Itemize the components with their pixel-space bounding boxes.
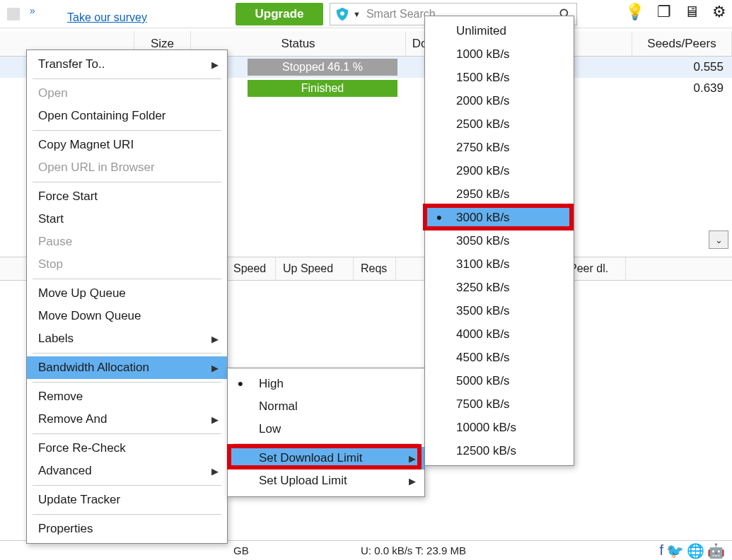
bulb-icon[interactable]: 💡 xyxy=(625,4,644,20)
menu-start[interactable]: Start xyxy=(27,208,227,231)
chevron-right-icon: ▶ xyxy=(211,363,219,373)
separator xyxy=(33,353,221,354)
speed-option-label: 3000 kB/s xyxy=(456,211,510,225)
app-icon xyxy=(7,8,20,21)
menu-move-down[interactable]: Move Down Queue xyxy=(27,305,227,327)
separator xyxy=(33,130,221,131)
menu-set-upload-limit[interactable]: Set Upload Limit▶ xyxy=(228,469,424,492)
chevron-right-icon: ▶ xyxy=(211,334,219,344)
bandwidth-submenu: •High Normal Low Set Download Limit▶ Set… xyxy=(227,368,425,497)
menu-speed-option[interactable]: 2950 kB/s xyxy=(425,182,574,206)
speed-option-label: 3100 kB/s xyxy=(456,257,510,272)
menu-speed-option[interactable]: 4500 kB/s xyxy=(425,346,574,369)
speed-option-label: 1000 kB/s xyxy=(456,47,510,62)
col-seeds[interactable]: Seeds/Peers xyxy=(632,31,732,56)
facebook-icon[interactable]: f xyxy=(659,542,663,559)
separator xyxy=(33,279,221,279)
toolbar: » Take our survey Upgrade ▼ Smart Search… xyxy=(0,0,732,28)
globe-icon[interactable]: 🌐 xyxy=(687,542,704,559)
chat-icon[interactable]: ❐ xyxy=(657,4,671,20)
menu-transfer-to[interactable]: Transfer To..▶ xyxy=(27,53,227,76)
menu-speed-option[interactable]: 10000 kB/s xyxy=(425,416,574,439)
menu-force-recheck[interactable]: Force Re-Check xyxy=(27,437,227,460)
menu-speed-option[interactable]: 3100 kB/s xyxy=(425,252,574,276)
speed-option-label: 3050 kB/s xyxy=(456,234,510,248)
menu-speed-option[interactable]: 3050 kB/s xyxy=(425,229,574,252)
menu-low[interactable]: Low xyxy=(228,418,424,441)
context-menu: Transfer To..▶ Open Open Containing Fold… xyxy=(26,49,228,544)
menu-move-up[interactable]: Move Up Queue xyxy=(27,282,227,305)
menu-update-tracker[interactable]: Update Tracker xyxy=(27,489,227,511)
menu-speed-option[interactable]: 2500 kB/s xyxy=(425,112,574,136)
survey-link[interactable]: Take our survey xyxy=(67,11,147,24)
menu-speed-option[interactable]: 3500 kB/s xyxy=(425,299,574,322)
chevron-right-icon: ▶ xyxy=(211,466,219,477)
menu-set-download-limit[interactable]: Set Download Limit▶ xyxy=(228,447,424,469)
social-icons: f 🐦 🌐 🤖 xyxy=(659,542,725,559)
menu-open-containing[interactable]: Open Containing Folder xyxy=(27,105,227,127)
separator xyxy=(33,433,221,434)
status-badge: Stopped 46.1 % xyxy=(248,59,397,76)
dropdown-caret-icon[interactable]: ▼ xyxy=(353,10,361,18)
menu-force-start[interactable]: Force Start xyxy=(27,185,227,208)
col-speed[interactable]: Speed xyxy=(226,257,276,280)
menu-open-url: Open URL in Browser xyxy=(27,156,227,179)
speed-option-label: 2000 kB/s xyxy=(456,94,510,108)
menu-normal[interactable]: Normal xyxy=(228,395,424,418)
menu-labels[interactable]: Labels▶ xyxy=(27,327,227,350)
menu-remove-and[interactable]: Remove And▶ xyxy=(27,408,227,431)
menu-speed-option[interactable]: 3250 kB/s xyxy=(425,276,574,299)
monitor-icon[interactable]: 🖥 xyxy=(684,4,699,20)
menu-remove[interactable]: Remove xyxy=(27,385,227,408)
speed-option-label: 5000 kB/s xyxy=(456,374,510,388)
speed-option-label: 3250 kB/s xyxy=(456,281,510,295)
menu-pause: Pause xyxy=(27,231,227,253)
menu-advanced[interactable]: Advanced▶ xyxy=(27,460,227,482)
menu-speed-option[interactable]: 5000 kB/s xyxy=(425,369,574,392)
menu-copy-magnet[interactable]: Copy Magnet URI xyxy=(27,134,227,156)
menu-open: Open xyxy=(27,82,227,105)
menu-speed-option[interactable]: 1000 kB/s xyxy=(425,42,574,66)
separator xyxy=(33,485,221,486)
chevron-right-icon: ▶ xyxy=(409,453,416,464)
menu-speed-option[interactable]: •3000 kB/s xyxy=(425,206,574,229)
upgrade-button[interactable]: Upgrade xyxy=(236,3,323,25)
menu-bandwidth-allocation[interactable]: Bandwidth Allocation▶ xyxy=(27,356,227,379)
speed-limit-submenu: Unlimited1000 kB/s1500 kB/s2000 kB/s2500… xyxy=(424,16,574,466)
svg-point-0 xyxy=(340,11,344,16)
separator xyxy=(33,514,221,515)
menu-speed-option[interactable]: Unlimited xyxy=(425,19,574,42)
menu-speed-option[interactable]: 4000 kB/s xyxy=(425,322,574,346)
menu-speed-option[interactable]: 1500 kB/s xyxy=(425,66,574,89)
menu-speed-option[interactable]: 2000 kB/s xyxy=(425,89,574,112)
separator xyxy=(33,382,221,383)
android-icon[interactable]: 🤖 xyxy=(707,542,725,559)
menu-speed-option[interactable]: 12500 kB/s xyxy=(425,439,574,462)
speed-option-label: 1500 kB/s xyxy=(456,71,510,85)
menu-speed-option[interactable]: 2750 kB/s xyxy=(425,136,574,159)
menu-high[interactable]: •High xyxy=(228,373,424,395)
separator xyxy=(33,182,221,182)
menu-properties[interactable]: Properties xyxy=(27,518,227,540)
status-gb: GB xyxy=(233,544,249,556)
menu-speed-option[interactable]: 7500 kB/s xyxy=(425,392,574,416)
twitter-icon[interactable]: 🐦 xyxy=(666,542,684,559)
toolbar-icons: 💡 ❐ 🖥 ⚙ xyxy=(625,4,726,20)
speed-option-label: 2900 kB/s xyxy=(456,164,510,178)
chevron-right-icon: ▶ xyxy=(211,59,219,70)
seeds-value: 0.639 xyxy=(693,81,724,95)
separator xyxy=(233,443,419,444)
chevron-right-icon: ▶ xyxy=(409,476,416,486)
speed-option-label: 7500 kB/s xyxy=(456,397,510,412)
status-badge: Finished xyxy=(248,80,397,97)
col-up-speed[interactable]: Up Speed xyxy=(276,257,354,280)
chevron-right-icon: ▶ xyxy=(211,414,219,425)
speed-option-label: 4500 kB/s xyxy=(456,351,510,365)
shield-icon xyxy=(335,6,350,22)
speed-option-label: 2950 kB/s xyxy=(456,187,510,202)
gear-icon[interactable]: ⚙ xyxy=(712,4,726,20)
expand-button[interactable]: ⌄ xyxy=(709,231,728,249)
col-reqs[interactable]: Reqs xyxy=(354,257,396,280)
menu-speed-option[interactable]: 2900 kB/s xyxy=(425,159,574,182)
speed-option-label: 4000 kB/s xyxy=(456,327,510,342)
